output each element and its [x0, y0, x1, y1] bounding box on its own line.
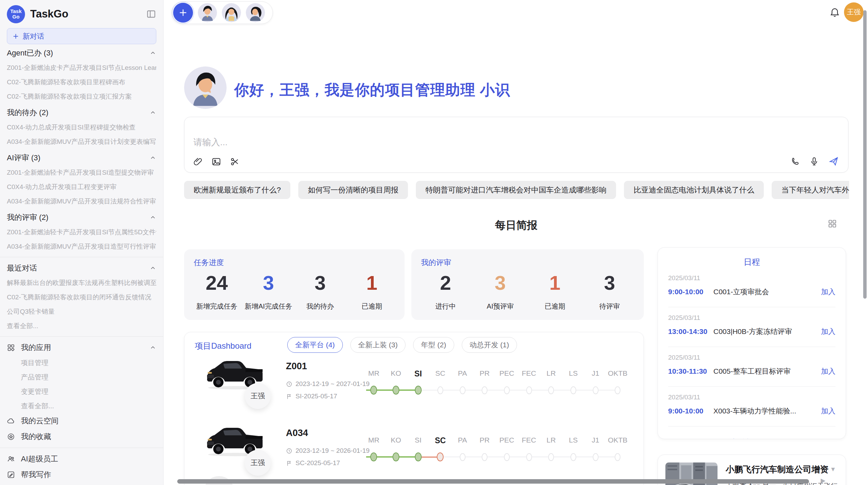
chevron-up-icon[interactable] [149, 50, 156, 57]
scissors-icon[interactable] [230, 157, 240, 167]
new-chat-button[interactable]: 新对话 [7, 28, 156, 44]
message-input[interactable] [193, 137, 605, 148]
section-title: Agent已办 (3) [7, 48, 53, 58]
chevron-up-icon[interactable] [149, 154, 156, 161]
list-item[interactable]: C02-飞腾新能源轻客改款项目立项汇报方案 [7, 89, 156, 104]
milestone-dot-pending [482, 453, 487, 461]
list-item[interactable]: Z001-全新燃油皮卡产品开发项目SI节点Lesson Learn报告 [7, 61, 156, 75]
chevron-up-icon[interactable] [149, 265, 156, 272]
send-icon[interactable] [828, 156, 839, 167]
microphone-icon[interactable] [809, 156, 819, 166]
join-button[interactable]: 加入 [821, 327, 835, 336]
stat-label: 新增完成任务 [191, 302, 243, 311]
dashboard-tabs: 全新平台 (4) 全新上装 (3) 年型 (2) 动总开发 (1) [287, 337, 517, 353]
tab-year-model[interactable]: 年型 (2) [413, 337, 454, 353]
avatar[interactable] [222, 3, 241, 22]
vertical-scrollbar[interactable] [863, 10, 867, 299]
daily-brief-title: 每日简报 [184, 218, 848, 233]
layout-grid-icon[interactable] [828, 219, 837, 228]
sidebar-item-change-mgmt[interactable]: 变更管理 [7, 384, 156, 399]
divider [0, 448, 163, 448]
list-item[interactable]: A034-全新新能源MUV产品开发项目造型可行性评审 [7, 239, 156, 254]
milestone-label-current: SC [429, 436, 451, 445]
avatar[interactable] [198, 3, 217, 22]
quick-access-bar [171, 1, 273, 24]
list-item[interactable]: Z001-全新燃油轻卡产品开发项目SI节点属性5D文件评审 [7, 225, 156, 239]
section-my-todo[interactable]: 我的待办 (2) [7, 105, 156, 120]
scroll-right-arrow[interactable]: ▶ [821, 477, 825, 484]
tab-new-body[interactable]: 全新上装 (3) [350, 337, 406, 353]
sidebar-item-help-write[interactable]: 帮我写作 [7, 467, 156, 483]
milestone-labels: MR KO SI SC PA PR PEC FEC LR LS J1 OKTB [363, 369, 629, 378]
flag-icon [286, 393, 292, 400]
chevron-up-icon[interactable] [149, 214, 156, 221]
sidebar-item-favorites[interactable]: 我的收藏 [7, 429, 156, 445]
view-all-chats[interactable]: 查看全部... [7, 319, 156, 333]
project-row[interactable]: 王强 A034 2023-12-19 ~ 2026-01-19 SC-2025-… [184, 423, 643, 485]
join-button[interactable]: 加入 [821, 366, 835, 376]
apps-grid-icon [7, 344, 15, 352]
phone-icon[interactable] [790, 156, 800, 166]
list-item[interactable]: C0X4-动力总成开发项目工程变更评审 [7, 180, 156, 194]
event-date: 2025/03/11 [668, 274, 835, 282]
tab-powertrain[interactable]: 动总开发 (1) [462, 337, 517, 353]
section-recent-chats[interactable]: 最近对话 [7, 260, 156, 276]
project-milestone-flag: SI-2025-05-17 [286, 393, 337, 400]
list-item[interactable]: C02-飞腾新能源轻客改款项目里程碑画布 [7, 75, 156, 89]
milestone-dot-done [415, 386, 422, 395]
suggestion-chip[interactable]: 当下年轻人对汽车外观有怎样的喜好趋势 [772, 181, 849, 199]
sidebar-header: Task Go TaskGo [7, 4, 156, 24]
milestone-dot-overdue [437, 452, 444, 461]
join-button[interactable]: 加入 [821, 287, 835, 297]
suggestion-chip[interactable]: 比亚迪全固态电池计划具体说了什么 [624, 181, 764, 199]
sidebar-item-creative-draw[interactable]: 创意制图 [7, 483, 156, 485]
section-agent-done[interactable]: Agent已办 (3) [7, 45, 156, 61]
plus-icon [12, 33, 19, 40]
sidebar-item-product-mgmt[interactable]: 产品管理 [7, 370, 156, 384]
milestone-label: FEC [518, 436, 540, 445]
milestone-dot-pending [526, 453, 532, 461]
section-ai-review[interactable]: AI评审 (3) [7, 150, 156, 165]
notification-bell-icon[interactable] [829, 7, 840, 18]
sidebar-item-project-mgmt[interactable]: 项目管理 [7, 356, 156, 370]
project-dashboard-card: 项目Dashboard 全新平台 (4) 全新上装 (3) 年型 (2) 动总开… [184, 332, 644, 485]
list-item[interactable]: Z001-全新燃油轻卡产品开发项目SI造型提交物评审 [7, 165, 156, 180]
composer-left-icons [193, 157, 240, 167]
milestone-label: SI [407, 436, 429, 445]
chevron-up-icon[interactable] [149, 344, 156, 351]
view-all-schedule-link[interactable]: 查看所有日程 [658, 437, 846, 439]
section-my-review[interactable]: 我的评审 (2) [7, 210, 156, 225]
avatar[interactable] [246, 3, 265, 22]
project-row[interactable]: 王强 Z001 2023-12-19 ~ 2027-01-19 SI-2025-… [184, 356, 643, 425]
add-conversation-button[interactable] [173, 3, 193, 23]
new-chat-label: 新对话 [23, 32, 44, 41]
horizontal-scrollbar[interactable] [177, 479, 809, 484]
collapse-sidebar-icon[interactable] [146, 9, 156, 19]
join-button[interactable]: 加入 [821, 406, 835, 416]
image-icon[interactable] [211, 157, 221, 167]
list-item[interactable]: A034-全新新能源MUV产品开发项目计划变更表编写 [7, 135, 156, 149]
list-item[interactable]: C0X4-动力总成开发项目SI里程碑提交物检查 [7, 120, 156, 135]
suggestion-chip[interactable]: 特朗普可能对进口汽车增税会对中国车企造成哪些影响 [416, 181, 616, 199]
tab-new-platform[interactable]: 全新平台 (4) [287, 337, 343, 353]
user-avatar[interactable]: 王强 [844, 2, 864, 22]
milestone-dot-pending [570, 453, 576, 461]
sidebar-item-cloud-space[interactable]: 我的云空间 [7, 413, 156, 429]
stat-value: 1 [346, 271, 398, 294]
view-all-apps[interactable]: 查看全部... [7, 399, 156, 413]
project-dates: 2023-12-19 ~ 2026-01-19 [286, 447, 370, 455]
chevron-up-icon[interactable] [149, 109, 156, 116]
list-item[interactable]: C02-飞腾新能源轻客改款项目的闭环通告反馈情况 [7, 290, 156, 304]
list-item[interactable]: 解释最新出台的欧盟报废车法规再生塑料比例被调至15%... [7, 276, 156, 290]
list-item[interactable]: A034-全新新能源MUV产品开发项目法规符合性评审 [7, 194, 156, 209]
scroll-down-arrow[interactable]: ▼ [830, 466, 836, 473]
sidebar-item-my-apps[interactable]: 我的应用 [7, 340, 156, 356]
suggestion-chip[interactable]: 欧洲新规最近颁布了什么? [184, 181, 290, 199]
sidebar-item-label: 帮我写作 [21, 470, 51, 480]
attachment-icon[interactable] [193, 157, 203, 167]
list-item[interactable]: 公司Q3轻卡销量 [7, 304, 156, 319]
milestone-label: LR [540, 369, 562, 378]
suggestion-chip[interactable]: 如何写一份清晰的项目周报 [298, 181, 408, 199]
sidebar-item-ai-employee[interactable]: AI超级员工 [7, 451, 156, 467]
stat-new-ai-done: 3 新增AI完成任务 [243, 271, 294, 311]
